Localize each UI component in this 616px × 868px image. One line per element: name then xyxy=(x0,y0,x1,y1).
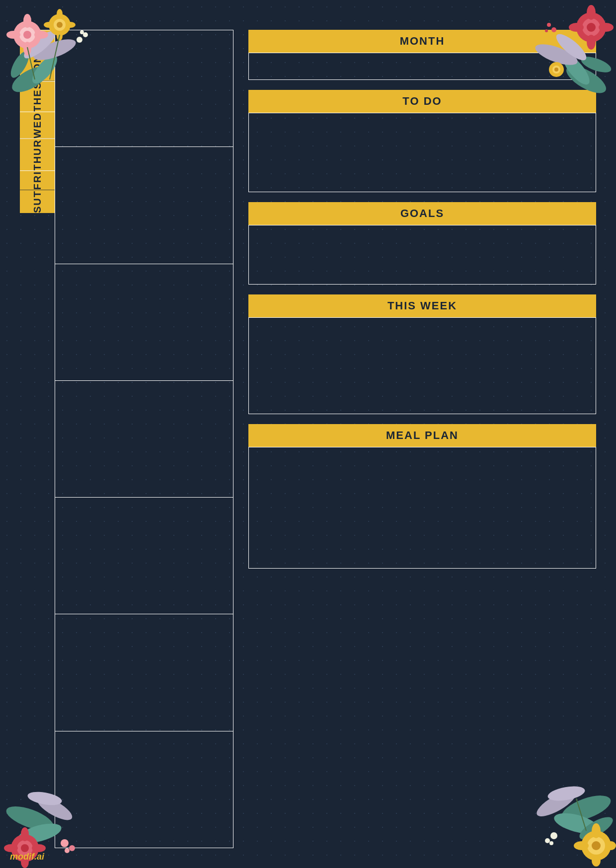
svg-point-31 xyxy=(587,23,596,32)
svg-point-51 xyxy=(4,844,18,852)
day-labels: SUN MON THES WED THUR FRI SUT xyxy=(20,30,55,848)
schedule-grid xyxy=(55,30,233,848)
svg-point-52 xyxy=(32,844,46,852)
day-label-fri: FRI xyxy=(20,170,55,190)
svg-point-41 xyxy=(554,68,558,72)
meal-plan-section: MEAL PLAN xyxy=(248,424,596,569)
day-label-sut: SUT xyxy=(20,190,55,213)
svg-point-37 xyxy=(547,23,551,27)
this-week-body[interactable] xyxy=(248,317,596,414)
schedule-row-wed[interactable] xyxy=(55,381,233,498)
floral-decoration-top-left xyxy=(0,0,109,99)
schedule-row-mon[interactable] xyxy=(55,147,233,264)
schedule-row-fri[interactable] xyxy=(55,614,233,731)
left-column: SUN MON THES WED THUR FRI SUT xyxy=(20,30,233,848)
day-label-wed: WED xyxy=(20,112,55,139)
svg-point-11 xyxy=(34,31,48,39)
svg-point-36 xyxy=(551,27,556,32)
svg-point-7 xyxy=(23,31,31,39)
right-column: MONTH TO DO GOALS THIS WEEK MEAL PLAN xyxy=(248,30,596,848)
meal-plan-header: MEAL PLAN xyxy=(248,424,596,447)
svg-point-63 xyxy=(592,841,601,850)
watermark: modif.ai xyxy=(10,852,44,862)
svg-point-66 xyxy=(574,841,589,850)
main-container: SUN MON THES WED THUR FRI SUT MONTH TO D… xyxy=(0,0,616,868)
meal-plan-body[interactable] xyxy=(248,447,596,569)
goals-body[interactable] xyxy=(248,225,596,285)
todo-section: TO DO xyxy=(248,90,596,192)
this-week-header: THIS WEEK xyxy=(248,294,596,317)
svg-point-34 xyxy=(569,23,584,32)
svg-point-53 xyxy=(61,839,69,847)
todo-body[interactable] xyxy=(248,113,596,192)
svg-point-69 xyxy=(550,832,557,839)
this-week-section: THIS WEEK xyxy=(248,294,596,414)
svg-point-8 xyxy=(23,14,31,28)
floral-decoration-top-right xyxy=(507,0,616,99)
svg-point-48 xyxy=(21,844,29,852)
svg-point-65 xyxy=(592,855,601,867)
schedule-row-thes[interactable] xyxy=(55,264,233,381)
day-label-thur: THUR xyxy=(20,139,55,171)
svg-point-10 xyxy=(6,31,20,39)
svg-point-54 xyxy=(69,845,75,851)
svg-point-32 xyxy=(587,5,596,20)
svg-point-64 xyxy=(592,823,601,838)
schedule-row-thur[interactable] xyxy=(55,498,233,614)
goals-section: GOALS xyxy=(248,202,596,285)
goals-header: GOALS xyxy=(248,202,596,225)
svg-point-49 xyxy=(21,827,29,841)
svg-point-14 xyxy=(57,22,63,28)
svg-point-17 xyxy=(44,22,54,28)
svg-point-38 xyxy=(545,29,548,32)
svg-point-21 xyxy=(80,30,84,34)
svg-point-18 xyxy=(66,22,76,28)
svg-point-33 xyxy=(587,35,596,50)
svg-point-55 xyxy=(65,848,70,853)
svg-point-15 xyxy=(57,9,63,19)
svg-point-35 xyxy=(599,23,614,32)
svg-point-19 xyxy=(77,37,82,43)
svg-point-70 xyxy=(545,838,550,843)
svg-point-67 xyxy=(606,841,616,850)
floral-decoration-bottom-right xyxy=(507,759,616,868)
svg-point-71 xyxy=(549,841,553,845)
